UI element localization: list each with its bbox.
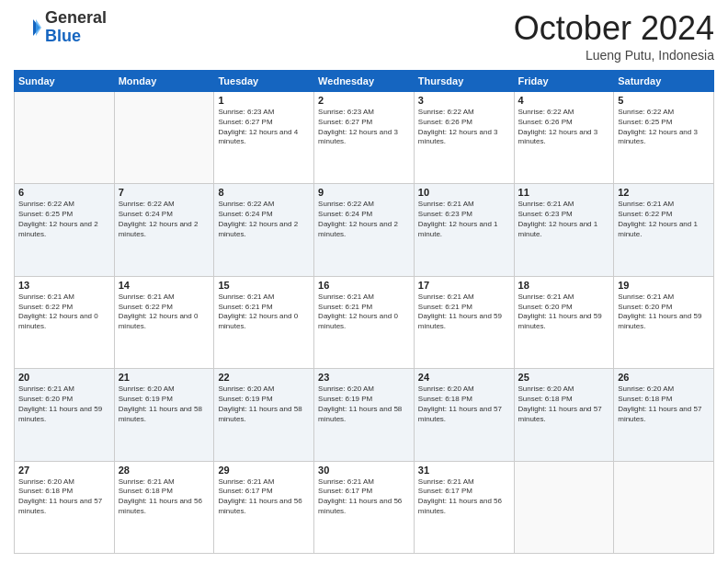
day-info: Sunrise: 6:21 AM Sunset: 6:21 PM Dayligh… (318, 293, 410, 332)
calendar-table: SundayMondayTuesdayWednesdayThursdayFrid… (14, 70, 714, 554)
day-number: 20 (18, 372, 110, 383)
calendar-cell: 22Sunrise: 6:20 AM Sunset: 6:19 PM Dayli… (214, 369, 314, 461)
day-number: 10 (418, 187, 510, 198)
calendar-week-4: 20Sunrise: 6:21 AM Sunset: 6:20 PM Dayli… (15, 369, 714, 461)
month-title: October 2024 (514, 9, 714, 48)
logo-icon (14, 14, 41, 41)
day-number: 22 (218, 372, 310, 383)
calendar-week-1: 1Sunrise: 6:23 AM Sunset: 6:27 PM Daylig… (15, 92, 714, 184)
day-header-monday: Monday (114, 71, 214, 92)
calendar-cell: 2Sunrise: 6:23 AM Sunset: 6:27 PM Daylig… (314, 92, 415, 184)
day-number: 25 (518, 372, 610, 383)
calendar-cell: 13Sunrise: 6:21 AM Sunset: 6:22 PM Dayli… (15, 276, 115, 368)
calendar-cell: 23Sunrise: 6:20 AM Sunset: 6:19 PM Dayli… (314, 369, 415, 461)
calendar-cell: 31Sunrise: 6:21 AM Sunset: 6:17 PM Dayli… (414, 461, 514, 553)
day-number: 3 (418, 95, 510, 106)
svg-marker-1 (36, 19, 41, 36)
logo-text: General Blue (45, 9, 107, 46)
calendar-cell (614, 461, 714, 553)
day-number: 8 (218, 187, 310, 198)
logo: General Blue (14, 9, 107, 46)
day-info: Sunrise: 6:21 AM Sunset: 6:18 PM Dayligh… (119, 477, 210, 517)
day-number: 5 (618, 95, 710, 106)
day-number: 13 (18, 280, 110, 291)
day-number: 4 (518, 95, 610, 106)
calendar-cell: 20Sunrise: 6:21 AM Sunset: 6:20 PM Dayli… (15, 369, 115, 461)
calendar-cell: 5Sunrise: 6:22 AM Sunset: 6:25 PM Daylig… (614, 92, 714, 184)
calendar-cell: 7Sunrise: 6:22 AM Sunset: 6:24 PM Daylig… (114, 184, 214, 276)
calendar-week-3: 13Sunrise: 6:21 AM Sunset: 6:22 PM Dayli… (15, 276, 714, 368)
day-number: 26 (618, 372, 710, 383)
day-info: Sunrise: 6:22 AM Sunset: 6:25 PM Dayligh… (618, 108, 710, 147)
day-info: Sunrise: 6:21 AM Sunset: 6:22 PM Dayligh… (18, 293, 110, 332)
day-info: Sunrise: 6:22 AM Sunset: 6:24 PM Dayligh… (318, 200, 410, 239)
calendar-cell: 3Sunrise: 6:22 AM Sunset: 6:26 PM Daylig… (414, 92, 514, 184)
day-info: Sunrise: 6:20 AM Sunset: 6:18 PM Dayligh… (418, 385, 510, 424)
day-header-friday: Friday (514, 71, 614, 92)
calendar-week-2: 6Sunrise: 6:22 AM Sunset: 6:25 PM Daylig… (15, 184, 714, 276)
day-info: Sunrise: 6:22 AM Sunset: 6:25 PM Dayligh… (18, 200, 110, 239)
calendar-cell: 27Sunrise: 6:20 AM Sunset: 6:18 PM Dayli… (15, 461, 115, 553)
logo-blue: Blue (45, 27, 81, 45)
day-header-wednesday: Wednesday (314, 71, 415, 92)
calendar-cell: 25Sunrise: 6:20 AM Sunset: 6:18 PM Dayli… (514, 369, 614, 461)
day-number: 27 (18, 465, 110, 476)
day-info: Sunrise: 6:21 AM Sunset: 6:21 PM Dayligh… (418, 293, 510, 332)
calendar-cell (514, 461, 614, 553)
calendar-cell: 17Sunrise: 6:21 AM Sunset: 6:21 PM Dayli… (414, 276, 514, 368)
day-info: Sunrise: 6:21 AM Sunset: 6:17 PM Dayligh… (318, 477, 410, 517)
calendar-cell: 21Sunrise: 6:20 AM Sunset: 6:19 PM Dayli… (114, 369, 214, 461)
day-info: Sunrise: 6:21 AM Sunset: 6:22 PM Dayligh… (618, 200, 710, 239)
day-info: Sunrise: 6:20 AM Sunset: 6:19 PM Dayligh… (218, 385, 310, 424)
calendar-cell (114, 92, 214, 184)
calendar-cell: 28Sunrise: 6:21 AM Sunset: 6:18 PM Dayli… (114, 461, 214, 553)
calendar-week-5: 27Sunrise: 6:20 AM Sunset: 6:18 PM Dayli… (15, 461, 714, 553)
day-info: Sunrise: 6:20 AM Sunset: 6:18 PM Dayligh… (518, 385, 610, 424)
location: Lueng Putu, Indonesia (514, 48, 714, 63)
calendar-cell: 12Sunrise: 6:21 AM Sunset: 6:22 PM Dayli… (614, 184, 714, 276)
day-info: Sunrise: 6:21 AM Sunset: 6:20 PM Dayligh… (18, 385, 110, 424)
logo-general: General (45, 8, 107, 27)
day-header-saturday: Saturday (614, 71, 714, 92)
day-number: 21 (119, 372, 210, 383)
day-number: 9 (318, 187, 410, 198)
day-number: 7 (119, 187, 210, 198)
calendar-cell: 4Sunrise: 6:22 AM Sunset: 6:26 PM Daylig… (514, 92, 614, 184)
header: General Blue October 2024 Lueng Putu, In… (14, 9, 714, 63)
day-info: Sunrise: 6:21 AM Sunset: 6:17 PM Dayligh… (418, 477, 510, 517)
calendar-cell: 18Sunrise: 6:21 AM Sunset: 6:20 PM Dayli… (514, 276, 614, 368)
day-number: 1 (218, 95, 310, 106)
day-number: 31 (418, 465, 510, 476)
day-number: 29 (218, 465, 310, 476)
day-info: Sunrise: 6:22 AM Sunset: 6:26 PM Dayligh… (518, 108, 610, 147)
calendar-cell: 30Sunrise: 6:21 AM Sunset: 6:17 PM Dayli… (314, 461, 415, 553)
calendar-cell: 15Sunrise: 6:21 AM Sunset: 6:21 PM Dayli… (214, 276, 314, 368)
day-number: 12 (618, 187, 710, 198)
calendar-cell: 11Sunrise: 6:21 AM Sunset: 6:23 PM Dayli… (514, 184, 614, 276)
calendar-cell: 9Sunrise: 6:22 AM Sunset: 6:24 PM Daylig… (314, 184, 415, 276)
calendar-cell: 19Sunrise: 6:21 AM Sunset: 6:20 PM Dayli… (614, 276, 714, 368)
day-header-sunday: Sunday (15, 71, 115, 92)
day-number: 11 (518, 187, 610, 198)
day-number: 17 (418, 280, 510, 291)
day-info: Sunrise: 6:22 AM Sunset: 6:24 PM Dayligh… (218, 200, 310, 239)
day-number: 18 (518, 280, 610, 291)
day-info: Sunrise: 6:23 AM Sunset: 6:27 PM Dayligh… (318, 108, 410, 147)
day-number: 30 (318, 465, 410, 476)
calendar-cell: 24Sunrise: 6:20 AM Sunset: 6:18 PM Dayli… (414, 369, 514, 461)
day-number: 14 (119, 280, 210, 291)
day-info: Sunrise: 6:22 AM Sunset: 6:26 PM Dayligh… (418, 108, 510, 147)
day-info: Sunrise: 6:21 AM Sunset: 6:17 PM Dayligh… (218, 477, 310, 517)
calendar-cell: 8Sunrise: 6:22 AM Sunset: 6:24 PM Daylig… (214, 184, 314, 276)
day-number: 24 (418, 372, 510, 383)
calendar-cell: 1Sunrise: 6:23 AM Sunset: 6:27 PM Daylig… (214, 92, 314, 184)
day-header-tuesday: Tuesday (214, 71, 314, 92)
day-number: 28 (119, 465, 210, 476)
page: General Blue October 2024 Lueng Putu, In… (0, 0, 728, 563)
calendar-cell (15, 92, 115, 184)
calendar-cell: 26Sunrise: 6:20 AM Sunset: 6:18 PM Dayli… (614, 369, 714, 461)
day-info: Sunrise: 6:21 AM Sunset: 6:23 PM Dayligh… (418, 200, 510, 239)
day-number: 15 (218, 280, 310, 291)
title-block: October 2024 Lueng Putu, Indonesia (514, 9, 714, 63)
day-number: 23 (318, 372, 410, 383)
